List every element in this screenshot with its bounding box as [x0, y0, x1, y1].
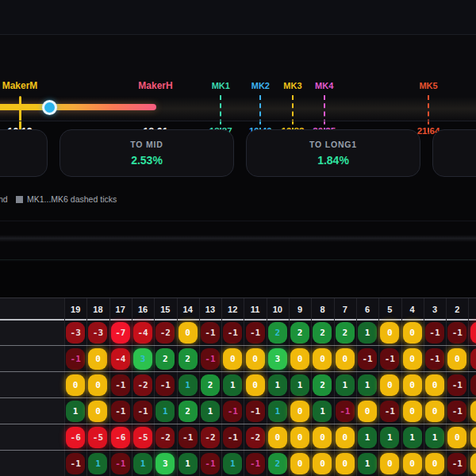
heatmap-cell: 2 — [155, 348, 175, 370]
heatmap-cell — [470, 453, 476, 474]
heatmap-cell: 2 — [313, 374, 332, 396]
mk-label: MK4 — [301, 81, 348, 90]
heatmap-cell: 1 — [290, 374, 309, 396]
heatmap-cell: -1 — [66, 453, 85, 474]
heatmap-cell: 0 — [403, 348, 422, 370]
heatmap-cell: -1 — [336, 401, 355, 422]
heatmap-cell: 2 — [290, 322, 309, 344]
heatmap-cell: 0 — [88, 348, 107, 370]
heatmap-cell: 1 — [358, 427, 377, 448]
legend-swatch-icon — [16, 196, 23, 203]
legend-row: nd MK1...MK6 dashed ticks — [0, 193, 476, 205]
heatmap-cell: 1 — [403, 427, 422, 448]
column-header-17: 17 — [109, 304, 132, 315]
divider-line — [0, 259, 476, 260]
heatmap-cell: 2 — [178, 401, 198, 422]
heatmap-cell: 2 — [268, 322, 287, 344]
heatmap-cell: 3 — [268, 348, 287, 370]
heatmap-cell: 2 — [268, 453, 287, 474]
price-slider-panel: MakerM 16.19 MakerH 18.01 MK118.87MK219.… — [0, 35, 476, 121]
heatmap-cell: 1 — [155, 401, 175, 422]
heatmap-cell: 1 — [268, 401, 287, 422]
heatmap-cell: -4 — [111, 348, 130, 370]
heatmap-cell: -1 — [223, 401, 242, 422]
heatmap-cell: -1 — [178, 427, 198, 448]
heatmap-cell: 0 — [336, 348, 355, 370]
heatmap-cell: 1 — [358, 453, 377, 474]
heatmap-cell: 0 — [66, 374, 85, 396]
column-header-4: 4 — [401, 304, 424, 315]
heatmap-cell: 0 — [223, 348, 242, 370]
heatmap-cell: -1 — [246, 401, 265, 422]
column-header-9: 9 — [289, 304, 311, 315]
heatmap-cell: 0 — [358, 401, 377, 422]
maker-h-label: MakerH — [128, 80, 183, 91]
heatmap-cell: -1 — [66, 348, 85, 370]
heatmap-cell: -2 — [155, 427, 175, 448]
heatmap-cell: -1 — [201, 348, 220, 370]
heatmap-cell: 1 — [201, 401, 220, 422]
heatmap-cell: -2 — [201, 427, 220, 448]
heatmap-cell: -1 — [447, 453, 466, 474]
column-header-11: 11 — [244, 304, 266, 315]
heatmap-cell: -1 — [447, 401, 466, 422]
stat-cards-row: TO MID2.53%TO LONG11.84% — [0, 121, 476, 188]
heatmap-cell — [470, 401, 476, 422]
heatmap-cell: -1 — [155, 374, 175, 396]
heatmap-cell: -1 — [223, 322, 242, 344]
heatmap-cell: 0 — [290, 427, 309, 448]
heatmap-cell: -1 — [246, 322, 265, 344]
column-header-15: 15 — [154, 304, 176, 315]
heatmap-cell: -1 — [425, 348, 444, 370]
heatmap-cell: 0 — [88, 374, 107, 396]
stat-card-value: 2.53% — [60, 154, 233, 167]
heatmap-cell: 3 — [155, 453, 175, 474]
heatmap-cell: 0 — [403, 322, 422, 344]
column-header-16: 16 — [132, 304, 154, 315]
heatmap-cell: 0 — [425, 374, 444, 396]
column-header-7: 7 — [334, 304, 356, 315]
heatmap-cell: 3 — [133, 348, 152, 370]
heatmap-cell: 0 — [290, 348, 309, 370]
heatmap-cell: 0 — [88, 401, 107, 422]
heatmap-cell: 0 — [380, 453, 399, 474]
heatmap-cell: -1 — [201, 453, 220, 474]
heatmap-cell: 0 — [313, 453, 332, 474]
heatmap-cell: 0 — [336, 427, 355, 448]
column-header-3: 3 — [424, 304, 446, 315]
heatmap-cell: 0 — [447, 427, 466, 448]
column-header-8: 8 — [311, 304, 333, 315]
heatmap-cell: -3 — [88, 322, 107, 344]
column-header-2: 2 — [446, 304, 468, 315]
heatmap-cell — [470, 348, 476, 370]
heatmap-cell: -5 — [88, 427, 107, 448]
heatmap-cell: -4 — [133, 322, 152, 344]
heatmap-cell: -1 — [447, 322, 466, 344]
stat-card-label: TO MID — [60, 140, 233, 149]
stat-card-label: TO LONG1 — [247, 140, 420, 149]
column-header-10: 10 — [267, 304, 289, 315]
spacer — [0, 262, 476, 298]
mk-label: MK5 — [405, 81, 452, 90]
slider-gradient-track[interactable] — [0, 104, 156, 110]
heatmap-cell: 0 — [425, 453, 444, 474]
stat-card-partial — [0, 129, 48, 177]
heatmap-cell: -5 — [133, 427, 152, 448]
heatmap-cell: -6 — [111, 427, 130, 448]
row-separator — [0, 397, 476, 398]
heatmap-cell: -1 — [111, 374, 130, 396]
column-header-18: 18 — [86, 304, 109, 315]
top-bar — [0, 0, 476, 35]
stat-card-to-mid: TO MID2.53% — [60, 129, 234, 177]
divider-line — [0, 221, 476, 221]
legend-cut-text: nd — [0, 194, 8, 204]
heatmap-cell: 0 — [380, 374, 399, 396]
heatmap-cell: -1 — [223, 427, 242, 448]
heatmap-cell: -2 — [155, 322, 175, 344]
heatmap-cell: 0 — [447, 348, 466, 370]
heatmap-cell: 1 — [133, 453, 152, 474]
heatmap-cell: 2 — [336, 322, 355, 344]
heatmap-cell: 0 — [178, 322, 198, 344]
heatmap-cell: 0 — [336, 453, 355, 474]
heatmap-cell: -2 — [246, 427, 265, 448]
